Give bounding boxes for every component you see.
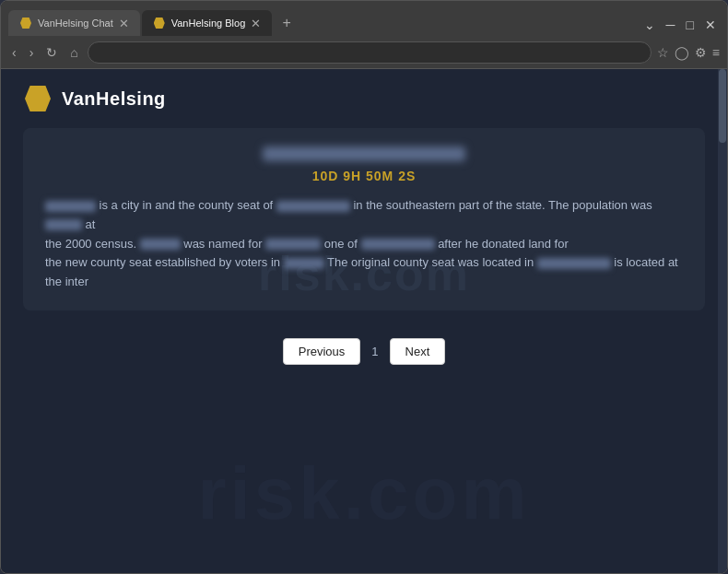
redacted-5 — [265, 239, 321, 250]
pagination: Previous 1 Next — [1, 331, 727, 372]
tab-close-1[interactable]: ✕ — [119, 18, 129, 29]
redacted-6 — [361, 239, 435, 250]
redacted-8 — [537, 258, 611, 269]
tab-right-controls: ⌄ ─ □ ✕ — [640, 16, 720, 36]
countdown-timer: 10D 9H 50M 2S — [45, 169, 683, 183]
tab-bar: VanHelsing Chat ✕ VanHelsing Blog ✕ + ⌄ … — [1, 1, 727, 36]
tab-label-1: VanHelsing Chat — [38, 18, 113, 29]
bookmark-icon[interactable]: ☆ — [657, 45, 669, 60]
refresh-button[interactable]: ↻ — [42, 43, 61, 62]
tab-vanhelsing-blog[interactable]: VanHelsing Blog ✕ — [142, 10, 273, 36]
minimize-icon[interactable]: ─ — [663, 16, 679, 34]
maximize-icon[interactable]: □ — [683, 16, 698, 34]
redacted-1 — [45, 201, 96, 212]
back-button[interactable]: ‹ — [8, 43, 20, 62]
redacted-7 — [284, 258, 324, 269]
tab-favicon-2 — [153, 17, 166, 29]
blurred-header — [45, 146, 683, 163]
menu-icon[interactable]: ≡ — [712, 45, 720, 60]
address-input[interactable] — [88, 41, 652, 64]
tab-close-2[interactable]: ✕ — [251, 18, 261, 29]
bg-watermark: risk.com — [197, 451, 530, 536]
tab-label-2: VanHelsing Blog — [171, 18, 246, 29]
browser-frame: VanHelsing Chat ✕ VanHelsing Blog ✕ + ⌄ … — [0, 0, 728, 574]
forward-button[interactable]: › — [26, 43, 38, 62]
close-window-icon[interactable]: ✕ — [701, 16, 720, 34]
site-logo — [23, 84, 53, 113]
blurred-title — [263, 146, 465, 161]
logo-shape — [25, 86, 51, 111]
article-line-3: the new county seat established by voter… — [45, 253, 683, 292]
extensions-icon[interactable]: ⚙ — [695, 45, 707, 60]
shield-icon[interactable]: ◯ — [675, 45, 689, 60]
address-right-icons: ☆ ◯ ⚙ ≡ — [657, 45, 720, 60]
page-content: VanHelsing 10D 9H 50M 2S is a city in an… — [1, 69, 727, 573]
tab-vanhelsing-chat[interactable]: VanHelsing Chat ✕ — [8, 10, 140, 36]
main-card: 10D 9H 50M 2S is a city in and the count… — [23, 128, 705, 310]
redacted-2 — [276, 201, 350, 212]
home-button[interactable]: ⌂ — [66, 43, 81, 62]
article-line-2: the 2000 census. was named for one of af… — [45, 235, 683, 254]
redacted-3 — [45, 219, 82, 230]
tab-favicon-1 — [19, 17, 32, 29]
article-text: is a city in and the county seat of in t… — [45, 196, 683, 292]
address-bar: ‹ › ↻ ⌂ ☆ ◯ ⚙ ≡ — [1, 36, 727, 69]
scrollbar-thumb[interactable] — [719, 69, 726, 143]
site-header: VanHelsing — [1, 69, 727, 121]
current-page: 1 — [368, 345, 382, 358]
redacted-4 — [140, 239, 181, 250]
next-button[interactable]: Next — [390, 338, 446, 365]
new-tab-button[interactable]: + — [274, 10, 299, 36]
article-line-1: is a city in and the county seat of in t… — [45, 196, 683, 235]
site-title: VanHelsing — [62, 88, 166, 110]
dropdown-icon[interactable]: ⌄ — [640, 16, 659, 34]
previous-button[interactable]: Previous — [283, 338, 361, 365]
scrollbar[interactable] — [718, 69, 727, 573]
